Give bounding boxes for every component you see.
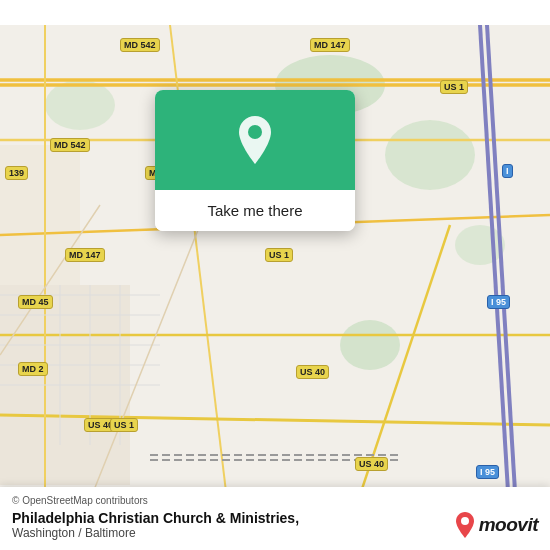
svg-point-4 [45,80,115,130]
badge-i95-right: I 95 [487,295,510,309]
badge-i-right: I [502,164,513,178]
bottom-bar: © OpenStreetMap contributors Philadelphi… [0,487,550,550]
badge-md45: MD 45 [18,295,53,309]
location-info: Philadelphia Christian Church & Ministri… [12,510,299,540]
popup-icon-area [155,90,355,190]
svg-point-2 [385,120,475,190]
badge-md147-bot: MD 147 [65,248,105,262]
svg-point-32 [461,517,469,525]
location-city: Washington / Baltimore [12,526,299,540]
location-pin-icon [233,114,277,166]
badge-md2: MD 2 [18,362,48,376]
popup-card: Take me there [155,90,355,231]
badge-i139: 139 [5,166,28,180]
badge-i95-bot: I 95 [476,465,499,479]
badge-us1: US 1 [440,80,468,94]
badge-us40-right: US 40 [355,457,388,471]
copyright-text: © OpenStreetMap contributors [12,495,538,506]
badge-us40-mid: US 40 [296,365,329,379]
take-me-there-button[interactable]: Take me there [155,190,355,231]
badge-us1-mid: US 1 [265,248,293,262]
moovit-logo: moovit [454,511,538,539]
moovit-pin-icon [454,511,476,539]
location-name: Philadelphia Christian Church & Ministri… [12,510,299,526]
moovit-brand-text: moovit [479,514,538,536]
badge-us1-bot: US 1 [110,418,138,432]
location-row: Philadelphia Christian Church & Ministri… [12,510,538,540]
svg-point-31 [248,125,262,139]
map-container: MD 542 MD 147 US 1 MD 542 MD 542 139 I M… [0,0,550,550]
svg-point-3 [340,320,400,370]
badge-md147: MD 147 [310,38,350,52]
badge-md542-left: MD 542 [50,138,90,152]
badge-md542-top: MD 542 [120,38,160,52]
